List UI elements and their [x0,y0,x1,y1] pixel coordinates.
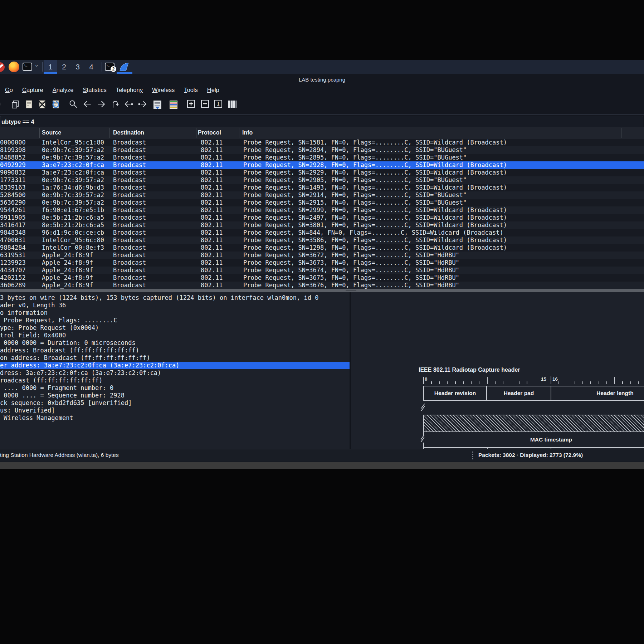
column-header-source[interactable]: Source [42,130,61,136]
diagram-field-mac-timestamp[interactable]: MAC timestamp [423,431,644,448]
cell-info: Probe Request, SN=2928, FN=0, Flags=....… [243,161,507,169]
diagram-field-undissected[interactable] [423,415,644,432]
column-divider[interactable] [239,128,239,138]
detail-line[interactable]: .... 0000 = Fragment number: 0 [0,384,350,392]
workspace-tab-1[interactable]: 1 [44,60,57,74]
cell-destination: Broadcast [113,282,146,289]
pane-splitter[interactable] [0,289,644,292]
column-divider[interactable] [621,128,621,138]
cell-info: Probe Request, SN=1493, FN=0, Flags=....… [243,184,507,191]
diagram-field-header-length[interactable]: Header length [551,386,644,401]
firefox-icon[interactable] [9,62,19,72]
cell-protocol: 802.11 [201,214,223,221]
packet-row[interactable]: 6319531Apple_24:f8:9fBroadcast802.11Prob… [0,252,644,259]
reload-file-icon[interactable] [51,99,62,110]
packet-list-header[interactable]: SourceDestinationProtocolInfo [0,127,644,139]
chevron-down-icon[interactable]: ⌄ [34,62,39,68]
capture-options-icon[interactable] [0,99,6,110]
workspace-tab-3[interactable]: 3 [71,60,84,74]
zoom-in-icon[interactable] [187,99,197,110]
packet-row[interactable]: 34164178e:5b:21:2b:c6:a5Broadcast802.11P… [0,221,644,229]
packet-row[interactable]: 81993980e:9b:7c:39:57:a2Broadcast802.11P… [0,146,644,154]
blocked-icon[interactable] [0,62,5,72]
packet-row[interactable]: 04929293a:e7:23:c2:0f:caBroadcast802.11P… [0,161,644,169]
menu-go[interactable]: Go [5,87,13,97]
packet-row[interactable]: 56362900e:9b:7c:39:57:a2Broadcast802.11P… [0,199,644,206]
wireshark-icon[interactable] [119,62,130,72]
detail-line[interactable]: 0000 .... = Sequence number: 2928 [0,392,350,399]
column-divider[interactable] [196,128,196,138]
column-header-info[interactable]: Info [242,130,253,136]
colorize-icon[interactable] [168,99,179,110]
packet-row[interactable]: 4700031IntelCor_95:6c:80Broadcast802.11P… [0,236,644,244]
detail-line[interactable]: o information [0,309,350,317]
cell-protocol: 802.11 [201,282,223,289]
diagram-field-header-revision[interactable]: Header revision [423,386,487,401]
resize-columns-icon[interactable] [227,99,238,110]
packet-row[interactable]: 52845000e:9b:7c:39:57:a2Broadcast802.11P… [0,191,644,199]
detail-line[interactable]: 0000 0000 = Duration: 0 microseconds [0,339,350,347]
detail-line[interactable]: er address: 3a:e7:23:c2:0f:ca (3a:e7:23:… [0,362,350,369]
terminal-badge-icon[interactable]: ›_ 2 [105,63,114,71]
detail-line[interactable]: trol Field: 0x4000 [0,332,350,339]
packet-row[interactable]: 4202152Apple_24:f8:9fBroadcast802.11Prob… [0,274,644,282]
column-header-destination[interactable]: Destination [113,130,144,136]
terminal-icon[interactable]: ›_ [23,63,32,71]
go-forward-icon[interactable] [97,99,107,110]
detail-line[interactable]: Wireless Management [0,414,350,422]
cell-source: 8e:5b:21:2b:c6:a5 [42,214,104,221]
workspace-tab-2[interactable]: 2 [57,60,71,74]
packet-row[interactable]: 1239923Apple_24:f8:9fBroadcast802.11Prob… [0,259,644,267]
detail-line[interactable]: dress: 3a:e7:23:c2:0f:ca (3a:e7:23:c2:0f… [0,369,350,377]
detail-line[interactable]: 3 bytes on wire (1224 bits), 153 bytes c… [0,294,350,302]
workspace-tab-4[interactable]: 4 [84,60,98,74]
close-file-icon[interactable] [37,99,48,110]
detail-line[interactable]: ype: Probe Request (0x0004) [0,324,350,332]
detail-line[interactable]: ck sequence: 0xbd2fd635 [unverified] [0,399,350,407]
detail-line[interactable]: us: Unverified] [0,407,350,414]
column-divider[interactable] [39,128,40,138]
detail-line[interactable]: roadcast (ff:ff:ff:ff:ff:ff) [0,377,350,384]
detail-line[interactable]: Probe Request, Flags: ........C [0,317,350,324]
first-packet-icon[interactable] [124,99,135,110]
packet-row[interactable]: 17733110e:9b:7c:39:57:a2Broadcast802.11P… [0,176,644,184]
open-file-icon[interactable] [24,99,35,110]
diagram-field-header-pad[interactable]: Header pad [486,386,551,401]
menu-statistics[interactable]: Statistics [83,87,107,97]
menu-help[interactable]: Help [207,87,219,97]
packet-row[interactable]: 99119058e:5b:21:2b:c6:a5Broadcast802.11P… [0,214,644,221]
last-packet-icon[interactable] [138,99,148,110]
diagram-break-mark [419,404,427,411]
packet-row[interactable]: 9544261f6:90:e1:67:e5:1bBroadcast802.11P… [0,206,644,214]
zoom-reset-icon[interactable]: 1 [214,99,225,110]
detail-line[interactable]: on address: Broadcast (ff:ff:ff:ff:ff:ff… [0,354,350,362]
menu-analyze[interactable]: Analyze [53,87,74,97]
cell-destination: Broadcast [113,154,146,161]
column-divider[interactable] [109,128,109,138]
taskbar-separator2 [102,62,102,72]
detail-line[interactable]: ader v0, Length 36 [0,302,350,309]
packet-row[interactable]: 84888520e:9b:7c:39:57:a2Broadcast802.11P… [0,154,644,161]
goto-packet-icon[interactable] [111,99,121,110]
packet-row[interactable]: 9884284IntelCor_00:8e:f3Broadcast802.11P… [0,244,644,252]
menu-capture[interactable]: Capture [22,87,43,97]
menu-wireless[interactable]: Wireless [152,87,175,97]
packet-row[interactable]: 3606289Apple_24:f8:9fBroadcast802.11Prob… [0,282,644,289]
packet-row[interactable]: 984834896:d1:9c:0c:ce:cbBroadcast802.11P… [0,229,644,236]
packet-row[interactable]: 0000000IntelCor_95:c1:80Broadcast802.11P… [0,139,644,146]
column-header-protocol[interactable]: Protocol [198,130,221,136]
zoom-out-icon[interactable] [201,99,211,110]
packet-row[interactable]: 90908323a:e7:23:c2:0f:caBroadcast802.11P… [0,169,644,176]
splitter-handle[interactable] [346,290,356,291]
cell-source: Apple_24:f8:9f [42,282,93,289]
autoscroll-icon[interactable] [152,99,163,110]
cell-destination: Broadcast [113,214,146,221]
menu-tools[interactable]: Tools [184,87,198,97]
packet-row[interactable]: 83391631a:76:34:d6:9b:d3Broadcast802.11P… [0,184,644,191]
find-packet-icon[interactable] [69,99,79,110]
go-back-icon[interactable] [83,99,93,110]
detail-line[interactable]: address: Broadcast (ff:ff:ff:ff:ff:ff) [0,347,350,354]
packet-row[interactable]: 4434707Apple_24:f8:9fBroadcast802.11Prob… [0,267,644,274]
copy-icon[interactable] [11,99,21,110]
menu-telephony[interactable]: Telephony [116,87,143,97]
